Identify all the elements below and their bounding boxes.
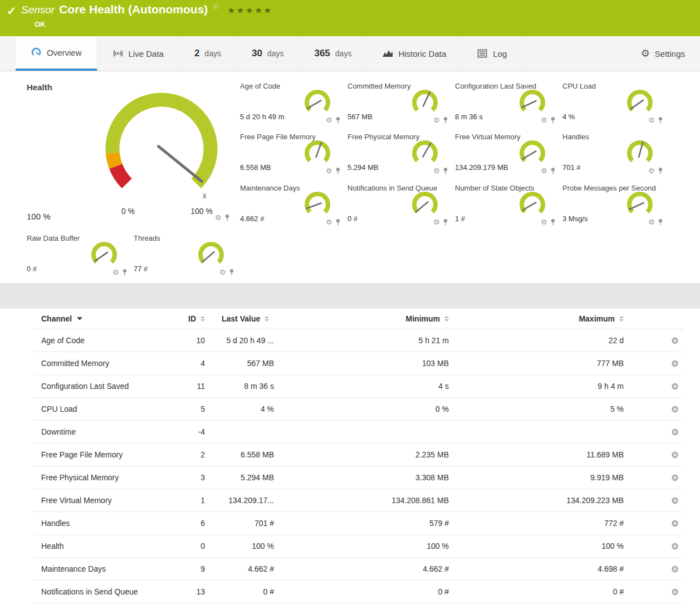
pin-icon[interactable] (335, 218, 341, 226)
sort-icon[interactable] (444, 316, 449, 321)
cell-channel[interactable]: Health (33, 542, 180, 550)
gauge-tile[interactable]: CPU Load 4 % ⚙ (562, 82, 664, 129)
gauge-tile[interactable]: Age of Code 5 d 20 h 49 m ⚙ (240, 82, 341, 129)
table-row[interactable]: Free Page File Memory 2 6.558 MB 2.235 M… (33, 444, 683, 466)
gear-icon[interactable]: ⚙ (326, 218, 332, 226)
pin-icon[interactable] (443, 167, 448, 174)
tab-30-days[interactable]: 30 days (237, 36, 300, 71)
gauge-tile[interactable]: Number of State Objects 1 # ⚙ (455, 184, 556, 231)
tab-live-data[interactable]: Live Data (97, 36, 179, 71)
column-header-channel[interactable]: Channel (33, 314, 180, 323)
sort-icon[interactable] (265, 316, 269, 321)
pin-icon[interactable] (443, 116, 448, 124)
gauge-tile[interactable]: Maintenance Days 4.662 # ⚙ (240, 184, 341, 231)
pin-icon[interactable] (658, 218, 663, 226)
pin-icon[interactable] (550, 218, 556, 226)
pin-icon[interactable] (443, 218, 448, 226)
sort-icon[interactable] (619, 316, 624, 321)
gear-icon[interactable]: ⚙ (112, 269, 119, 276)
gear-icon[interactable]: ⚙ (648, 167, 655, 174)
gauge-tile[interactable]: Raw Data Buffer 0 # ⚙ (27, 234, 128, 281)
gear-icon[interactable]: ⚙ (219, 269, 226, 276)
cell-channel[interactable]: Age of Code (33, 336, 180, 345)
gear-icon[interactable]: ⚙ (433, 116, 440, 124)
tab-historic-data[interactable]: Historic Data (367, 36, 462, 71)
tab-365-days[interactable]: 365 days (299, 36, 367, 71)
table-row[interactable]: Free Virtual Memory 1 134.209.17... 134.… (33, 489, 683, 512)
column-header-last-value[interactable]: Last Value (205, 314, 274, 323)
table-row[interactable]: Configuration Last Saved 11 8 m 36 s 4 s… (33, 375, 683, 398)
channel-settings-gear-icon[interactable]: ⚙ (671, 335, 679, 346)
column-header-maximum[interactable]: Maximum (449, 314, 624, 323)
table-row[interactable]: CPU Load 5 4 % 0 % 5 % ⚙ (33, 398, 683, 421)
table-row[interactable]: Committed Memory 4 567 MB 103 MB 777 MB … (33, 352, 683, 375)
tab-2-days[interactable]: 2 days (179, 36, 237, 71)
gauge-tile[interactable]: Handles 701 # ⚙ (562, 133, 664, 179)
tab-settings[interactable]: ⚙ Settings (626, 36, 700, 71)
pin-icon[interactable] (658, 116, 663, 124)
gear-icon[interactable]: ⚙ (326, 167, 332, 174)
table-row[interactable]: Notifications in Send Queue 13 0 # 0 # 0… (33, 581, 683, 603)
gear-icon[interactable]: ⚙ (648, 116, 655, 124)
gear-icon[interactable]: ⚙ (326, 116, 332, 124)
channel-settings-gear-icon[interactable]: ⚙ (671, 518, 679, 529)
gauge-tile[interactable]: Free Virtual Memory 134.209.179 MB ⚙ (455, 133, 556, 179)
pin-icon[interactable] (224, 214, 230, 221)
tab-log[interactable]: Log (462, 36, 522, 71)
column-header-minimum[interactable]: Minimum (274, 314, 449, 323)
channel-settings-gear-icon[interactable]: ⚙ (671, 427, 679, 437)
priority-stars[interactable]: ★★★★★ (227, 5, 273, 16)
channel-settings-gear-icon[interactable]: ⚙ (671, 381, 679, 392)
cell-channel[interactable]: CPU Load (33, 405, 180, 413)
channel-settings-gear-icon[interactable]: ⚙ (671, 495, 679, 506)
cell-channel[interactable]: Free Physical Memory (33, 473, 180, 482)
gauge-tile[interactable]: Notifications in Send Queue 0 # ⚙ (347, 184, 449, 231)
pin-icon[interactable] (335, 167, 341, 174)
gauge-tile[interactable]: Configuration Last Saved 8 m 36 s ⚙ (455, 82, 556, 129)
pin-icon[interactable] (335, 116, 341, 124)
gauge-tile[interactable]: Threads 77 # ⚙ (134, 234, 235, 281)
channel-settings-gear-icon[interactable]: ⚙ (671, 404, 679, 415)
cell-channel[interactable]: Free Virtual Memory (33, 496, 180, 505)
gear-icon[interactable]: ⚙ (648, 218, 655, 226)
cell-channel[interactable]: Free Page File Memory (33, 450, 180, 459)
sort-desc-icon[interactable] (77, 317, 82, 320)
gauge-tile[interactable]: Free Physical Memory 5.294 MB ⚙ (347, 133, 449, 179)
gear-icon[interactable]: ⚙ (541, 116, 547, 124)
pin-icon[interactable] (229, 269, 234, 276)
sort-icon[interactable] (200, 316, 205, 321)
pin-icon[interactable] (122, 269, 128, 276)
gauge-tile[interactable]: Committed Memory 567 MB ⚙ (347, 82, 449, 129)
table-row[interactable]: Free Physical Memory 3 5.294 MB 3.308 MB… (33, 466, 683, 489)
gear-icon[interactable]: ⚙ (215, 214, 222, 221)
pin-icon[interactable] (550, 167, 556, 174)
cell-channel[interactable]: Configuration Last Saved (33, 382, 180, 391)
gear-icon[interactable]: ⚙ (541, 167, 547, 174)
gauge-tile[interactable]: Probe Messages per Second 3 Msg/s ⚙ (562, 184, 664, 231)
table-row[interactable]: Maintenance Days 9 4.662 # 4.662 # 4.698… (33, 558, 683, 581)
gauge-tile[interactable]: Free Page File Memory 6.558 MB ⚙ (240, 133, 341, 179)
cell-channel[interactable]: Notifications in Send Queue (33, 587, 180, 596)
gear-icon[interactable]: ⚙ (433, 167, 440, 174)
cell-channel[interactable]: Handles (33, 519, 180, 528)
column-header-id[interactable]: ID (180, 314, 205, 323)
table-row[interactable]: Downtime -4 ⚙ (33, 421, 683, 444)
cell-channel[interactable]: Maintenance Days (33, 564, 180, 573)
cell-channel[interactable]: Committed Memory (33, 359, 180, 368)
pin-icon[interactable] (658, 167, 663, 174)
channel-settings-gear-icon[interactable]: ⚙ (671, 450, 679, 460)
channel-settings-gear-icon[interactable]: ⚙ (671, 541, 679, 552)
flag-icon[interactable]: ⚐ (212, 3, 219, 12)
cell-channel[interactable]: Downtime (33, 427, 180, 436)
tab-overview[interactable]: Overview (16, 36, 97, 71)
gear-icon[interactable]: ⚙ (541, 218, 547, 226)
channel-settings-gear-icon[interactable]: ⚙ (671, 472, 679, 483)
channel-settings-gear-icon[interactable]: ⚙ (671, 564, 679, 574)
table-row[interactable]: Age of Code 10 5 d 20 h 49 ... 5 h 21 m … (33, 329, 683, 352)
table-row[interactable]: Handles 6 701 # 579 # 772 # ⚙ (33, 512, 683, 535)
pin-icon[interactable] (550, 116, 556, 124)
channel-settings-gear-icon[interactable]: ⚙ (671, 587, 679, 597)
channel-settings-gear-icon[interactable]: ⚙ (671, 358, 679, 369)
gear-icon[interactable]: ⚙ (433, 218, 440, 226)
table-row[interactable]: Health 0 100 % 100 % 100 % ⚙ (33, 535, 683, 558)
